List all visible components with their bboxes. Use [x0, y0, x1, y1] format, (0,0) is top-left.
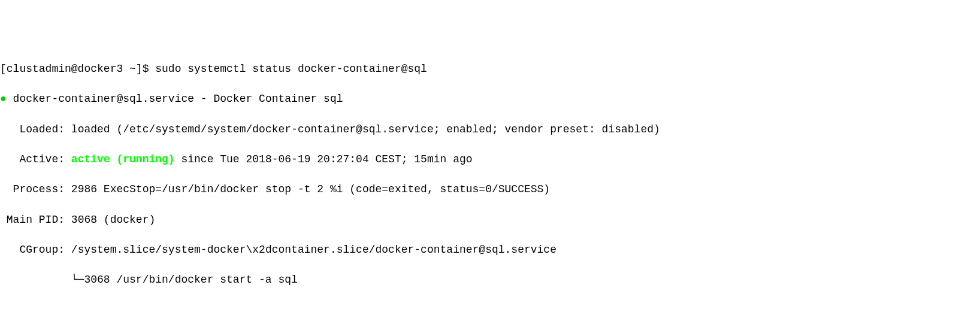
loaded-value: loaded (/etc/systemd/system/docker-conta… [71, 123, 660, 135]
active-label: Active: [0, 153, 71, 165]
active-line: Active: active (running) since Tue 2018-… [0, 152, 980, 167]
cgroup-value: /system.slice/system-docker\x2dcontainer… [71, 244, 556, 256]
mainpid-line: Main PID: 3068 (docker) [0, 213, 980, 228]
cgroup-child-value: └─3068 /usr/bin/docker start -a sql [0, 274, 298, 286]
cgroup-label: CGroup: [0, 244, 71, 256]
unit-header-line: ● docker-container@sql.service - Docker … [0, 92, 980, 107]
unit-name: docker-container@sql.service - Docker Co… [7, 93, 343, 105]
status-dot-icon: ● [0, 93, 7, 105]
shell-command[interactable]: sudo systemctl status docker-container@s… [155, 63, 427, 75]
prompt-line: [clustadmin@docker3 ~]$ sudo systemctl s… [0, 62, 980, 77]
cgroup-line: CGroup: /system.slice/system-docker\x2dc… [0, 243, 980, 258]
cgroup-child-line: └─3068 /usr/bin/docker start -a sql [0, 272, 980, 287]
loaded-label: Loaded: [0, 123, 71, 135]
shell-prompt: [clustadmin@docker3 ~]$ [0, 63, 155, 75]
process-label: Process: [0, 183, 71, 195]
process-value: 2986 ExecStop=/usr/bin/docker stop -t 2 … [71, 183, 550, 195]
loaded-line: Loaded: loaded (/etc/systemd/system/dock… [0, 122, 980, 137]
mainpid-label: Main PID: [0, 214, 71, 226]
blank-line [0, 303, 980, 309]
process-line: Process: 2986 ExecStop=/usr/bin/docker s… [0, 182, 980, 197]
mainpid-value: 3068 (docker) [71, 214, 155, 226]
active-since: since Tue 2018-06-19 20:27:04 CEST; 15mi… [175, 153, 473, 165]
active-state: active (running) [71, 153, 175, 165]
